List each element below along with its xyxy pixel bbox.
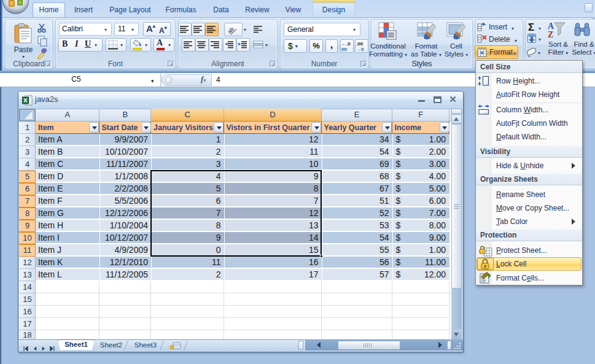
svg-text:ab: ab <box>227 26 235 34</box>
svg-text:A: A <box>548 21 554 31</box>
svg-text:Z: Z <box>548 30 553 39</box>
